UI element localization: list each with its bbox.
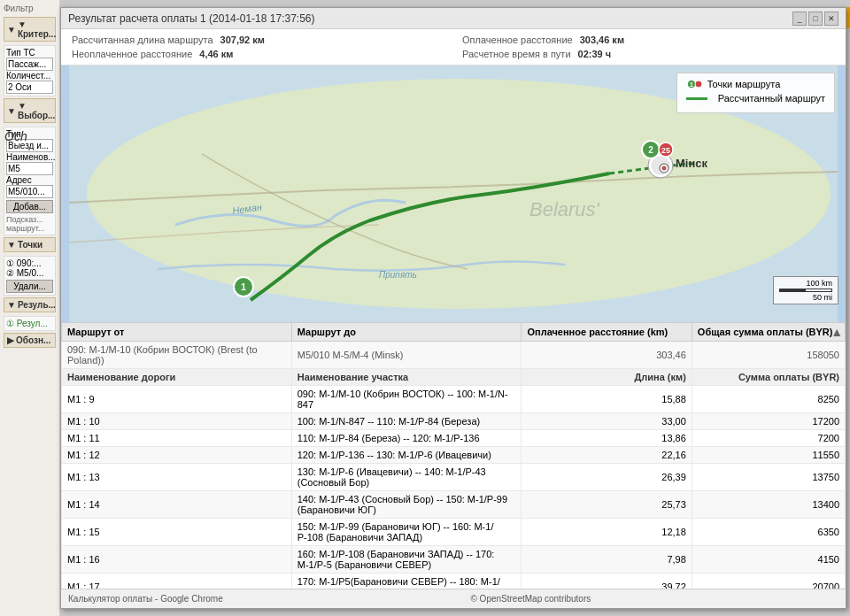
section-cell: 170: М-1/Р5(Барановичи СЕВЕР) -- 180: М-…	[291, 574, 522, 589]
legend-points-icon: 1	[686, 79, 702, 89]
section-cell: 120: М-1/Р-136 -- 130: М-1/Р-6 (Ивацевич…	[291, 447, 522, 464]
road-cell: М1 : 12	[62, 447, 292, 464]
payment-cell: 7200	[692, 430, 845, 447]
och-label: Och	[4, 129, 27, 143]
travel-time-label: Расчетное время в пути	[462, 49, 571, 59]
svg-text:25: 25	[661, 146, 670, 155]
svg-text:Припять: Припять	[379, 270, 417, 280]
main-content: Belarus' Неман Припять	[61, 65, 846, 589]
table-row: М1 : 10 100: М-1/N-847 -- 110: М-1/Р-84 …	[62, 413, 846, 430]
selection-header[interactable]: ▼ ▼ Выбор...	[7, 101, 52, 120]
selection-section[interactable]: ▼ ▼ Выбор...	[4, 98, 56, 123]
point1-item[interactable]: ① 090:...	[6, 258, 53, 268]
add-button[interactable]: Добав...	[6, 200, 53, 213]
unpaid-distance-row: Неоплаченное расстояние 4,46 км	[72, 49, 444, 59]
table-row: М1 : 11 110: М-1/Р-84 (Береза) -- 120: М…	[62, 430, 846, 447]
legend-route-item: Рассчитанный маршрут	[686, 93, 825, 104]
scale-50mi: 50 mi	[779, 293, 832, 302]
paid-distance-value: 303,46 км	[580, 35, 624, 45]
travel-time-row: Расчетное время в пути 02:39 ч	[462, 49, 835, 59]
section-cell: 160: М-1/Р-108 (Барановичи ЗАПАД) -- 170…	[291, 546, 522, 574]
title-bar: Результат расчета оплаты 1 (2014-01-18 1…	[61, 8, 846, 29]
result-section[interactable]: ▼ Резуль...	[4, 297, 56, 312]
dialog-title: Результат расчета оплаты 1 (2014-01-18 1…	[68, 12, 314, 25]
notes-section[interactable]: ▶ Обозн...	[4, 333, 56, 348]
minimize-button[interactable]: _	[792, 12, 807, 26]
section-cell: 090: М-1/М-10 (Кобрин ВОСТОК) -- 100: М-…	[291, 386, 522, 413]
info-section: Рассчитанная длина маршрута 307,92 км Оп…	[61, 29, 846, 65]
result-header[interactable]: ▼ Резуль...	[7, 300, 52, 310]
left-panel: Фильтр ▼ ▼ Критер... Тип ТС Пассаж... Ко…	[0, 0, 60, 616]
notes-header[interactable]: ▶ Обозн...	[7, 335, 52, 345]
svg-point-18	[695, 81, 702, 88]
criteria-section[interactable]: ▼ ▼ Критер...	[4, 17, 56, 42]
close-button[interactable]: ✕	[824, 12, 838, 26]
paid-distance-label: Оплаченное расстояние	[462, 35, 573, 45]
name-input[interactable]: М5	[6, 162, 53, 175]
point2-item[interactable]: ② М5/0...	[6, 268, 53, 278]
road-cell: М1 : 11	[62, 430, 292, 447]
sub-col-road: Наименование дороги	[62, 369, 292, 386]
col-to: Маршрут до	[291, 323, 522, 342]
axles-select[interactable]: 2 Оси	[6, 81, 53, 94]
legend-points-item: 1 Точки маршрута	[686, 79, 825, 89]
vehicle-type-select[interactable]: Пассаж...	[6, 58, 53, 71]
payment-cell: 17200	[692, 413, 845, 430]
window-controls: _ □ ✕	[792, 12, 838, 26]
length-cell: 33,00	[522, 413, 692, 430]
points-list: ① 090:... ② М5/0... Удали...	[4, 256, 56, 296]
axles-label: Количест...	[6, 71, 53, 81]
col-from: Маршрут от	[62, 323, 292, 342]
table-row: М1 : 14 140: М-1/Р-43 (Сосновый Бор) -- …	[62, 491, 846, 519]
payment-cell: 13400	[692, 491, 845, 519]
table-row: М1 : 17 170: М-1/Р5(Барановичи СЕВЕР) --…	[62, 574, 846, 589]
road-cell: М1 : 15	[62, 519, 292, 546]
map-area[interactable]: Belarus' Неман Припять	[61, 65, 846, 322]
legend-route-label: Рассчитанный маршрут	[718, 93, 825, 104]
bottom-bar: Калькулятор оплаты - Google Chrome © Ope…	[61, 589, 846, 608]
result1-item[interactable]: ① Резул...	[6, 319, 53, 328]
selection-arrow: ▼	[7, 106, 16, 116]
result-list: ① Резул...	[4, 316, 56, 331]
summary-total-sum: 158050	[692, 342, 845, 369]
road-cell: М1 : 13	[62, 464, 292, 491]
section-cell: 100: М-1/N-847 -- 110: М-1/Р-84 (Береза)	[291, 413, 522, 430]
points-arrow: ▼	[7, 240, 16, 250]
payment-cell: 20700	[692, 574, 845, 589]
address-input[interactable]: М5/010...	[6, 185, 53, 198]
payment-cell: 8250	[692, 386, 845, 413]
unpaid-distance-value: 4,46 км	[199, 49, 233, 59]
map-scale: 100 km 50 mi	[773, 276, 838, 304]
points-header[interactable]: ▼ Точки	[7, 240, 52, 250]
summary-row: 090: М-1/М-10 (Кобрин ВОСТОК) (Brest (to…	[62, 342, 846, 369]
criteria-header[interactable]: ▼ ▼ Критер...	[7, 19, 52, 39]
section-cell: 130: М-1/Р-6 (Ивацевичи) -- 140: М-1/Р-4…	[291, 464, 522, 491]
table-area[interactable]: Маршрут от Маршрут до Оплаченное расстоя…	[61, 322, 846, 589]
section-cell: 150: М-1/Р-99 (Барановичи ЮГ) -- 160: М-…	[291, 519, 522, 546]
route-length-row: Рассчитанная длина маршрута 307,92 км	[72, 35, 444, 45]
route-hint-label: маршрут...	[6, 224, 53, 233]
maximize-button[interactable]: □	[808, 12, 823, 26]
scroll-up-btn[interactable]: ▲	[831, 325, 843, 339]
scale-100km: 100 km	[779, 279, 832, 288]
length-cell: 12,18	[522, 519, 692, 546]
result-arrow: ▼	[7, 300, 16, 310]
vehicle-type-section: Тип ТС Пассаж... Количест... 2 Оси	[4, 45, 56, 96]
summary-from: 090: М-1/М-10 (Кобрин ВОСТОК) (Brest (to…	[62, 342, 292, 369]
main-dialog: Результат расчета оплаты 1 (2014-01-18 1…	[60, 7, 846, 609]
col-total-sum: Общая сумма оплаты (BYR) ▲	[692, 323, 845, 342]
delete-button[interactable]: Удали...	[6, 280, 53, 293]
payment-cell: 11550	[692, 447, 845, 464]
svg-text:1: 1	[690, 81, 693, 88]
length-cell: 13,86	[522, 430, 692, 447]
points-section[interactable]: ▼ Точки	[4, 237, 56, 252]
table-body: 090: М-1/М-10 (Кобрин ВОСТОК) (Brest (to…	[62, 342, 846, 589]
sub-col-section: Наименование участка	[291, 369, 522, 386]
travel-time-value: 02:39 ч	[578, 49, 612, 59]
table-row: М1 : 15 150: М-1/Р-99 (Барановичи ЮГ) --…	[62, 519, 846, 546]
length-cell: 26,39	[522, 464, 692, 491]
table-row: М1 : 9 090: М-1/М-10 (Кобрин ВОСТОК) -- …	[62, 386, 846, 413]
payment-cell: 4150	[692, 546, 845, 574]
road-cell: М1 : 9	[62, 386, 292, 413]
col-paid-dist: Оплаченное расстояние (km)	[522, 323, 692, 342]
